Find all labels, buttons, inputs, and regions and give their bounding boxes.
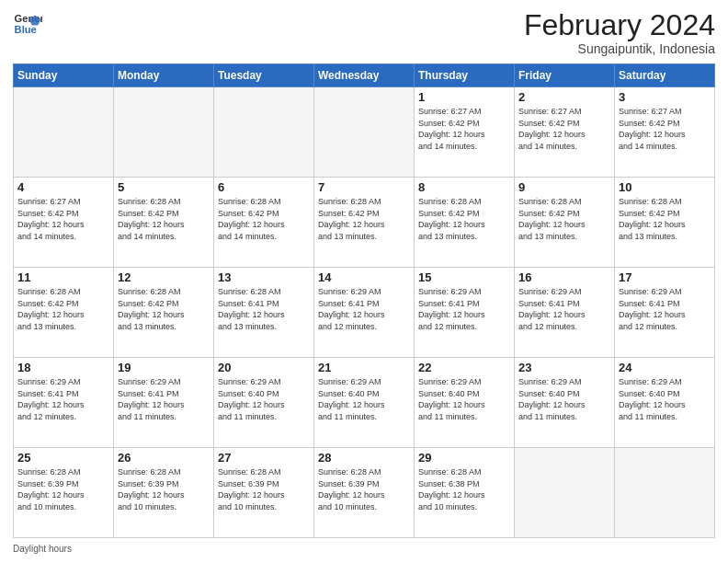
col-thursday: Thursday (415, 64, 515, 87)
day-info: Sunrise: 6:29 AMSunset: 6:41 PMDaylight:… (318, 286, 410, 332)
day-info: Sunrise: 6:29 AMSunset: 6:40 PMDaylight:… (619, 376, 711, 422)
day-number: 18 (17, 361, 109, 374)
day-number: 12 (118, 270, 210, 284)
day-number: 3 (619, 90, 711, 104)
day-number: 22 (418, 361, 510, 374)
day-info: Sunrise: 6:27 AMSunset: 6:42 PMDaylight:… (418, 106, 510, 152)
day-number: 5 (118, 180, 210, 194)
table-row: 5Sunrise: 6:28 AMSunset: 6:42 PMDaylight… (114, 178, 214, 268)
day-info: Sunrise: 6:27 AMSunset: 6:42 PMDaylight:… (17, 196, 109, 242)
day-number: 14 (318, 270, 410, 284)
day-number: 13 (218, 270, 310, 284)
calendar-table: Sunday Monday Tuesday Wednesday Thursday… (13, 63, 715, 538)
day-number: 6 (218, 180, 310, 194)
day-info: Sunrise: 6:29 AMSunset: 6:41 PMDaylight:… (518, 286, 610, 332)
day-number: 11 (17, 270, 109, 284)
subtitle: Sungaipuntik, Indonesia (524, 41, 715, 56)
week-row-4: 25Sunrise: 6:28 AMSunset: 6:39 PMDayligh… (14, 448, 715, 538)
day-info: Sunrise: 6:28 AMSunset: 6:42 PMDaylight:… (118, 196, 210, 242)
day-number: 4 (17, 180, 109, 194)
col-monday: Monday (114, 64, 214, 87)
day-info: Sunrise: 6:29 AMSunset: 6:41 PMDaylight:… (619, 286, 711, 332)
day-info: Sunrise: 6:28 AMSunset: 6:39 PMDaylight:… (218, 466, 310, 512)
table-row: 12Sunrise: 6:28 AMSunset: 6:42 PMDayligh… (114, 268, 214, 358)
table-row (515, 448, 615, 538)
day-info: Sunrise: 6:28 AMSunset: 6:39 PMDaylight:… (118, 466, 210, 512)
day-info: Sunrise: 6:29 AMSunset: 6:41 PMDaylight:… (118, 376, 210, 422)
day-number: 9 (518, 180, 610, 194)
col-wednesday: Wednesday (314, 64, 415, 87)
col-saturday: Saturday (615, 64, 715, 87)
table-row (314, 87, 415, 178)
page: General Blue February 2024 Sungaipuntik,… (0, 0, 728, 563)
day-info: Sunrise: 6:27 AMSunset: 6:42 PMDaylight:… (518, 106, 610, 152)
day-info: Sunrise: 6:28 AMSunset: 6:38 PMDaylight:… (418, 466, 510, 512)
day-info: Sunrise: 6:29 AMSunset: 6:40 PMDaylight:… (218, 376, 310, 422)
week-row-3: 18Sunrise: 6:29 AMSunset: 6:41 PMDayligh… (14, 358, 715, 448)
table-row: 3Sunrise: 6:27 AMSunset: 6:42 PMDaylight… (615, 87, 715, 178)
table-row: 11Sunrise: 6:28 AMSunset: 6:42 PMDayligh… (14, 268, 114, 358)
logo: General Blue (13, 9, 42, 39)
day-number: 1 (418, 90, 510, 104)
day-info: Sunrise: 6:28 AMSunset: 6:42 PMDaylight:… (17, 286, 109, 332)
table-row: 19Sunrise: 6:29 AMSunset: 6:41 PMDayligh… (114, 358, 214, 448)
day-number: 29 (418, 451, 510, 465)
day-number: 25 (17, 451, 109, 465)
table-row: 29Sunrise: 6:28 AMSunset: 6:38 PMDayligh… (415, 448, 515, 538)
table-row: 27Sunrise: 6:28 AMSunset: 6:39 PMDayligh… (214, 448, 314, 538)
table-row: 13Sunrise: 6:28 AMSunset: 6:41 PMDayligh… (214, 268, 314, 358)
header-row: Sunday Monday Tuesday Wednesday Thursday… (14, 64, 715, 87)
day-info: Sunrise: 6:28 AMSunset: 6:42 PMDaylight:… (518, 196, 610, 242)
day-info: Sunrise: 6:29 AMSunset: 6:40 PMDaylight:… (518, 376, 610, 422)
day-number: 10 (619, 180, 711, 194)
day-number: 16 (518, 270, 610, 284)
day-info: Sunrise: 6:29 AMSunset: 6:41 PMDaylight:… (418, 286, 510, 332)
table-row: 1Sunrise: 6:27 AMSunset: 6:42 PMDaylight… (415, 87, 515, 178)
month-title: February 2024 (524, 9, 715, 41)
day-info: Sunrise: 6:28 AMSunset: 6:42 PMDaylight:… (418, 196, 510, 242)
footer: Daylight hours (13, 542, 715, 554)
logo-icon: General Blue (13, 9, 42, 39)
day-info: Sunrise: 6:28 AMSunset: 6:42 PMDaylight:… (619, 196, 711, 242)
day-info: Sunrise: 6:28 AMSunset: 6:39 PMDaylight:… (318, 466, 410, 512)
table-row: 20Sunrise: 6:29 AMSunset: 6:40 PMDayligh… (214, 358, 314, 448)
day-info: Sunrise: 6:29 AMSunset: 6:41 PMDaylight:… (17, 376, 109, 422)
day-number: 2 (518, 90, 610, 104)
table-row: 15Sunrise: 6:29 AMSunset: 6:41 PMDayligh… (415, 268, 515, 358)
col-tuesday: Tuesday (214, 64, 314, 87)
table-row (114, 87, 214, 178)
table-row: 24Sunrise: 6:29 AMSunset: 6:40 PMDayligh… (615, 358, 715, 448)
table-row (615, 448, 715, 538)
week-row-1: 4Sunrise: 6:27 AMSunset: 6:42 PMDaylight… (14, 178, 715, 268)
day-number: 15 (418, 270, 510, 284)
day-number: 26 (118, 451, 210, 465)
table-row: 21Sunrise: 6:29 AMSunset: 6:40 PMDayligh… (314, 358, 415, 448)
col-friday: Friday (515, 64, 615, 87)
week-row-2: 11Sunrise: 6:28 AMSunset: 6:42 PMDayligh… (14, 268, 715, 358)
day-info: Sunrise: 6:28 AMSunset: 6:42 PMDaylight:… (318, 196, 410, 242)
title-area: February 2024 Sungaipuntik, Indonesia (524, 9, 715, 56)
day-info: Sunrise: 6:27 AMSunset: 6:42 PMDaylight:… (619, 106, 711, 152)
table-row: 22Sunrise: 6:29 AMSunset: 6:40 PMDayligh… (415, 358, 515, 448)
table-row: 10Sunrise: 6:28 AMSunset: 6:42 PMDayligh… (615, 178, 715, 268)
day-info: Sunrise: 6:28 AMSunset: 6:41 PMDaylight:… (218, 286, 310, 332)
col-sunday: Sunday (14, 64, 114, 87)
table-row (14, 87, 114, 178)
day-number: 20 (218, 361, 310, 374)
day-info: Sunrise: 6:28 AMSunset: 6:42 PMDaylight:… (218, 196, 310, 242)
day-number: 7 (318, 180, 410, 194)
table-row: 8Sunrise: 6:28 AMSunset: 6:42 PMDaylight… (415, 178, 515, 268)
day-number: 8 (418, 180, 510, 194)
day-info: Sunrise: 6:29 AMSunset: 6:40 PMDaylight:… (418, 376, 510, 422)
table-row: 16Sunrise: 6:29 AMSunset: 6:41 PMDayligh… (515, 268, 615, 358)
day-number: 19 (118, 361, 210, 374)
table-row: 28Sunrise: 6:28 AMSunset: 6:39 PMDayligh… (314, 448, 415, 538)
day-number: 17 (619, 270, 711, 284)
table-row: 7Sunrise: 6:28 AMSunset: 6:42 PMDaylight… (314, 178, 415, 268)
table-row: 4Sunrise: 6:27 AMSunset: 6:42 PMDaylight… (14, 178, 114, 268)
table-row: 18Sunrise: 6:29 AMSunset: 6:41 PMDayligh… (14, 358, 114, 448)
day-number: 27 (218, 451, 310, 465)
day-info: Sunrise: 6:29 AMSunset: 6:40 PMDaylight:… (318, 376, 410, 422)
day-info: Sunrise: 6:28 AMSunset: 6:39 PMDaylight:… (17, 466, 109, 512)
table-row: 17Sunrise: 6:29 AMSunset: 6:41 PMDayligh… (615, 268, 715, 358)
